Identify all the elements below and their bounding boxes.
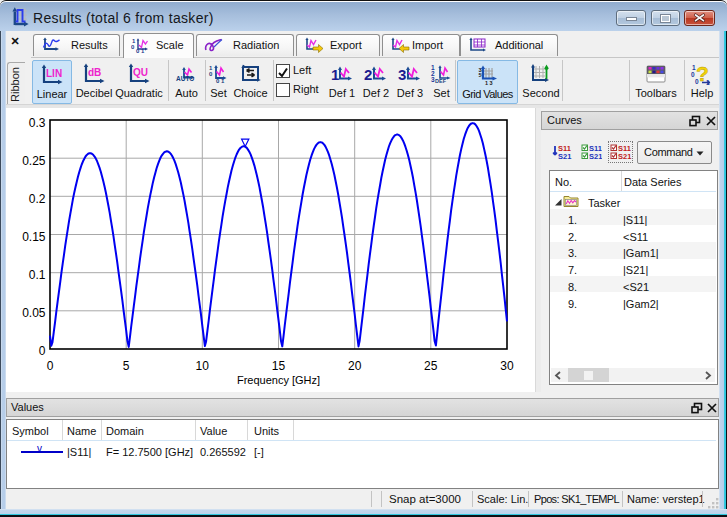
svg-text:1: 1 [331, 66, 339, 83]
svg-text:0: 0 [209, 71, 213, 77]
svg-text:20: 20 [348, 359, 362, 373]
svg-text:2: 2 [364, 66, 372, 83]
svg-text:30: 30 [500, 359, 514, 373]
svg-text:S21: S21 [589, 152, 602, 161]
svg-text:5: 5 [478, 72, 481, 78]
svg-text:1 3: 1 3 [485, 80, 493, 86]
svg-text:0.2: 0.2 [29, 192, 46, 206]
svg-text:0: 0 [691, 71, 695, 78]
svg-text:Frequency [GHz]: Frequency [GHz] [237, 374, 320, 386]
svg-text:0.1: 0.1 [29, 268, 46, 282]
svg-text:0.05: 0.05 [22, 306, 46, 320]
svg-text:0: 0 [47, 359, 54, 373]
svg-text:AUTO: AUTO [176, 75, 194, 82]
svg-text:0.15: 0.15 [22, 230, 46, 244]
svg-text:0: 0 [131, 44, 135, 50]
svg-text:25: 25 [424, 359, 438, 373]
svg-text:5: 5 [123, 359, 130, 373]
svg-text:QU: QU [133, 67, 148, 78]
svg-text:3: 3 [398, 66, 406, 83]
svg-text:10: 10 [196, 359, 210, 373]
svg-text:?: ? [696, 63, 709, 85]
svg-text:0.25: 0.25 [22, 154, 46, 168]
svg-text:dB: dB [88, 67, 101, 78]
svg-text:DEF: DEF [435, 78, 447, 84]
svg-text:S21: S21 [618, 152, 631, 161]
svg-text:LIN: LIN [46, 68, 62, 79]
svg-text:15: 15 [272, 359, 286, 373]
svg-text:0: 0 [39, 344, 46, 358]
svg-text:0 1: 0 1 [216, 78, 225, 84]
svg-text:S21: S21 [558, 152, 571, 161]
svg-text:0.3: 0.3 [29, 116, 46, 130]
